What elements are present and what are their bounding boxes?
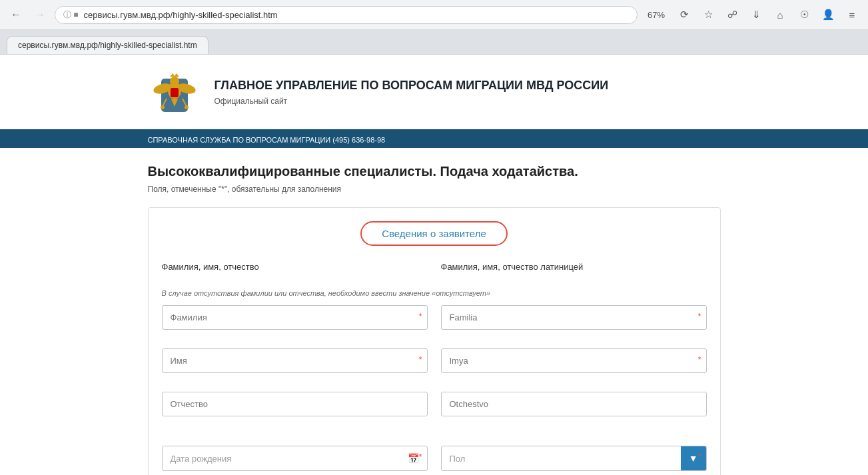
browser-tabs: сервисы.гувм.мвд.рф/highly-skilled-speci…: [0, 30, 868, 54]
page-title: Высококвалифицированные специалисты. Под…: [148, 164, 721, 179]
bookmark-list-button[interactable]: ☍: [723, 5, 741, 24]
svg-point-10: [185, 105, 189, 109]
browser-chrome: ← → ⓘ ■ сервисы.гувм.мвд.рф/highly-skill…: [0, 0, 868, 55]
birth-date-placeholder: Дата рождения: [171, 454, 232, 464]
gender-group: Пол ▼ *: [441, 446, 707, 471]
main-content: Высококвалифицированные специалисты. Под…: [135, 148, 734, 475]
middle-name-group: [162, 392, 428, 416]
site-title: ГЛАВНОЕ УПРАВЛЕНИЕ ПО ВОПРОСАМ МИГРАЦИИ …: [215, 78, 609, 93]
shield-button[interactable]: ☉: [795, 5, 813, 24]
last-name-input[interactable]: [162, 305, 428, 330]
section-header: Сведения о заявителе: [162, 221, 707, 246]
zoom-level: 67%: [643, 10, 669, 20]
last-name-lat-required: *: [698, 312, 701, 321]
middle-name-lat-input[interactable]: [441, 392, 707, 416]
page-content: ГЛАВНОЕ УПРАВЛЕНИЕ ПО ВОПРОСАМ МИГРАЦИИ …: [0, 55, 868, 475]
chevron-down-icon: ▼: [689, 453, 698, 464]
middle-name-input[interactable]: [162, 392, 428, 416]
calendar-icon: 📅: [408, 453, 419, 464]
download-button[interactable]: ⇓: [747, 5, 765, 24]
first-name-lat-group: *: [441, 348, 707, 373]
last-name-group: *: [162, 305, 428, 330]
refresh-button[interactable]: ⟳: [675, 5, 693, 24]
last-name-lat-group: *: [441, 305, 707, 330]
first-name-required: *: [419, 355, 422, 364]
first-name-row: * *: [162, 348, 707, 381]
svg-point-9: [161, 105, 165, 109]
site-subtitle: Официальный сайт: [215, 97, 609, 106]
middle-name-row: [162, 392, 707, 424]
first-name-lat-required: *: [698, 355, 701, 364]
gender-placeholder: Пол: [442, 447, 681, 470]
date-gender-row: Дата рождения 📅 * Пол ▼: [162, 446, 707, 475]
gender-dropdown-button[interactable]: ▼: [681, 446, 706, 470]
info-bar: СПРАВОЧНАЯ СЛУЖБА ПО ВОПРОСАМ МИГРАЦИИ (…: [0, 132, 868, 148]
back-button[interactable]: ←: [7, 5, 25, 24]
address-text: сервисы.гувм.мвд.рф/highly-skilled-speci…: [84, 10, 629, 20]
address-bar[interactable]: ⓘ ■ сервисы.гувм.мвд.рф/highly-skilled-s…: [55, 6, 638, 24]
birth-date-input[interactable]: Дата рождения 📅: [162, 446, 428, 471]
page-subtitle: Поля, отмеченные "*", обязательны для за…: [148, 185, 721, 194]
birth-date-required: *: [419, 452, 422, 462]
middle-name-lat-group: [441, 392, 707, 416]
user-button[interactable]: 👤: [819, 5, 837, 24]
active-tab[interactable]: сервисы.гувм.мвд.рф/highly-skilled-speci…: [7, 36, 209, 54]
forward-button[interactable]: →: [31, 5, 49, 24]
column-labels-row: Фамилия, имя, отчество Фамилия, имя, отч…: [162, 262, 707, 278]
last-name-lat-input[interactable]: [441, 305, 707, 330]
site-logo: [148, 65, 201, 119]
menu-button[interactable]: ≡: [843, 5, 861, 24]
left-group-label: Фамилия, имя, отчество: [162, 262, 428, 272]
last-name-required: *: [419, 312, 422, 321]
browser-toolbar: ← → ⓘ ■ сервисы.гувм.мвд.рф/highly-skill…: [0, 0, 868, 30]
right-group-label: Фамилия, имя, отчество латиницей: [441, 262, 707, 272]
first-name-group: *: [162, 348, 428, 373]
gender-select[interactable]: Пол ▼: [441, 446, 707, 471]
bookmark-star-button[interactable]: ☆: [699, 5, 717, 24]
last-name-row: * *: [162, 305, 707, 338]
site-header: ГЛАВНОЕ УПРАВЛЕНИЕ ПО ВОПРОСАМ МИГРАЦИИ …: [0, 55, 868, 132]
form-card: Сведения о заявителе Фамилия, имя, отчес…: [148, 207, 721, 475]
form-note: В случае отсутствия фамилии или отчества…: [162, 289, 707, 297]
security-icon: ⓘ ■: [63, 9, 79, 21]
home-button[interactable]: ⌂: [771, 5, 789, 24]
first-name-lat-input[interactable]: [441, 348, 707, 373]
gender-required: *: [698, 452, 701, 462]
svg-point-2: [170, 77, 179, 86]
section-title: Сведения о заявителе: [360, 221, 508, 246]
svg-rect-6: [171, 88, 179, 97]
info-bar-text: СПРАВОЧНАЯ СЛУЖБА ПО ВОПРОСАМ МИГРАЦИИ (…: [148, 136, 386, 144]
first-name-input[interactable]: [162, 348, 428, 373]
birth-date-group: Дата рождения 📅 *: [162, 446, 428, 471]
